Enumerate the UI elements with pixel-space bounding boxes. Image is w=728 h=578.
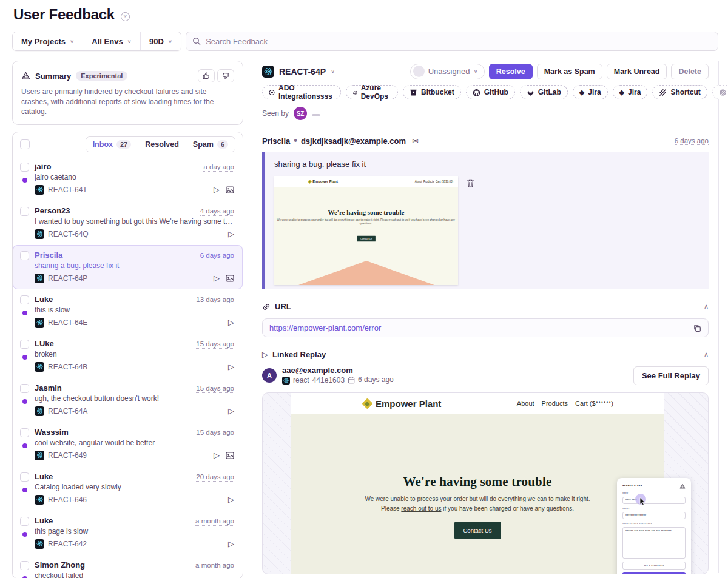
select-all-checkbox[interactable] (20, 139, 30, 149)
inbox-count-badge: 27 (116, 140, 131, 149)
feedback-list-item[interactable]: Jasmin 15 days ago ugh, the checkout but… (13, 378, 243, 422)
screenshot-icon[interactable] (226, 186, 234, 193)
copy-url-button[interactable] (693, 324, 701, 332)
replay-id[interactable]: 441e1603 (312, 376, 345, 385)
resolve-button[interactable]: Resolve (489, 64, 533, 79)
widget-email-label: ***** (622, 507, 686, 511)
bitbucket-button[interactable]: Bitbucket (403, 85, 461, 99)
replay-play-icon[interactable]: ▷ (214, 451, 220, 459)
site-nav-about: About (517, 400, 534, 407)
feedback-timestamp: 15 days ago (196, 428, 234, 437)
feedback-list-item[interactable]: Simon Zhong a month ago checkout failed (13, 555, 243, 578)
thumbs-up-button[interactable] (198, 69, 215, 82)
item-checkbox[interactable] (20, 163, 29, 172)
feedback-list-item[interactable]: Luke 13 days ago this is slow (13, 289, 243, 334)
feedback-list-item[interactable]: Luke a month ago this page is slow (13, 511, 243, 555)
collapse-chevron-icon[interactable]: ∧ (704, 351, 709, 358)
replay-play-icon[interactable]: ▷ (228, 540, 234, 548)
project-slug: REACT-64Q (48, 230, 89, 238)
item-checkbox[interactable] (20, 340, 29, 349)
url-section-title: URL (275, 302, 291, 311)
filter-bar: My Projects ∨ All Envs ∨ 90D ∨ (12, 32, 718, 51)
item-checkbox[interactable] (20, 561, 29, 570)
ado-integration-button[interactable]: ADO Integrationssss (262, 85, 341, 99)
feedback-list-item[interactable]: Wasssim 15 days ago cool website, angula… (13, 422, 243, 466)
widget-email-input: **************** (622, 512, 686, 519)
jira-button[interactable]: ◆ Jira (573, 85, 608, 99)
replay-preview[interactable]: Empower Plant About Products Cart ($****… (262, 392, 709, 574)
tab-inbox[interactable]: Inbox 27 (86, 137, 139, 152)
seen-by-avatar[interactable]: SZ (294, 107, 307, 120)
help-icon[interactable]: ? (121, 12, 130, 21)
message-author: Priscila (262, 136, 290, 146)
site-brand: Empower Plant (308, 180, 338, 183)
delete-screenshot-button[interactable] (466, 178, 475, 188)
screenshot-icon[interactable] (226, 452, 234, 459)
contact-us-button: Contact Us (357, 236, 376, 242)
collapse-chevron-icon[interactable]: ∧ (704, 303, 709, 311)
chevron-down-icon: ∨ (473, 69, 477, 74)
assignee-dropdown[interactable]: Unassigned ∨ (410, 64, 485, 79)
item-checkbox[interactable] (20, 295, 29, 304)
mouse-cursor (635, 494, 647, 506)
github-button[interactable]: GitHub (466, 85, 515, 99)
replay-play-icon[interactable]: ▷ (228, 363, 234, 371)
mark-as-spam-button[interactable]: Mark as Spam (537, 64, 602, 79)
integration-label: Bitbucket (421, 88, 454, 96)
see-full-replay-button[interactable]: See Full Replay (633, 366, 709, 385)
calendar-icon (348, 377, 355, 384)
screenshot-icon[interactable] (226, 275, 234, 282)
replay-play-icon[interactable]: ▷ (214, 186, 220, 193)
search-input[interactable] (206, 37, 712, 46)
chevron-down-icon[interactable]: ∨ (331, 69, 335, 74)
feedback-list-panel: Summary Experimental Users are primarily… (12, 61, 243, 578)
envelope-icon[interactable]: ✉ (412, 136, 419, 146)
thumbs-down-icon (221, 72, 230, 80)
site-triangle-graphic (298, 261, 434, 285)
bitbucket-icon (410, 89, 417, 96)
thumbs-down-button[interactable] (217, 69, 234, 82)
tab-spam[interactable]: Spam 6 (186, 137, 235, 152)
item-checkbox[interactable] (20, 207, 29, 216)
chevron-down-icon: ∨ (168, 39, 172, 44)
shortcut-button[interactable]: Shortcut (652, 85, 707, 99)
search-field[interactable] (186, 32, 718, 51)
replay-play-icon[interactable]: ▷ (228, 318, 234, 326)
linear-button[interactable]: Linear (712, 85, 728, 99)
widget-name-label: **** (622, 492, 686, 496)
widget-send-button (622, 572, 686, 574)
url-link[interactable]: https://empower-plant.com/error (269, 323, 381, 332)
replay-play-icon[interactable]: ▷ (228, 230, 234, 238)
replay-play-icon[interactable]: ▷ (228, 407, 234, 415)
feedback-list-item[interactable]: Luke 20 days ago Catalog loaded very slo… (13, 466, 243, 511)
project-filter-dropdown[interactable]: My Projects ∨ (13, 32, 83, 50)
feedback-list-item[interactable]: LUke 15 days ago broken (13, 334, 243, 378)
screenshot-thumbnail[interactable]: Empower Plant About Products Cart ($330.… (274, 176, 458, 285)
mark-unread-button[interactable]: Mark Unread (607, 64, 667, 79)
jira-button-2[interactable]: ◆ Jira (613, 85, 648, 99)
react-project-icon (35, 495, 44, 505)
item-checkbox[interactable] (20, 384, 29, 393)
message-header: Priscila • dsjkdjksadjk@example.com ✉ 6 … (262, 135, 709, 146)
delete-button[interactable]: Delete (671, 64, 709, 79)
gitlab-button[interactable]: GitLab (520, 85, 568, 99)
feedback-list-item[interactable]: Priscila 6 days ago sharing a bug. pleas… (13, 245, 243, 289)
site-nav-links: About Products Cart ($330.00) (415, 180, 453, 183)
feedback-list-item[interactable]: Person23 4 days ago I wanted to buy some… (13, 201, 243, 245)
item-checkbox[interactable] (20, 428, 29, 437)
item-checkbox[interactable] (20, 472, 29, 482)
item-checkbox[interactable] (20, 517, 29, 526)
replay-user-avatar: A (262, 368, 277, 383)
date-range-dropdown[interactable]: 90D ∨ (141, 32, 181, 50)
ado-icon (269, 89, 275, 96)
integration-label: Jira (588, 88, 601, 96)
feedback-list-item[interactable]: jairo a day ago jairo caetano (13, 156, 243, 201)
item-checkbox[interactable] (20, 251, 29, 260)
replay-play-icon[interactable]: ▷ (228, 496, 234, 503)
environment-filter-dropdown[interactable]: All Envs ∨ (83, 32, 141, 50)
summary-text: Users are primarily hindered by checkout… (21, 87, 234, 117)
azure-devops-button[interactable]: Azure DevOps (346, 85, 398, 99)
tab-resolved[interactable]: Resolved (138, 137, 186, 152)
react-project-icon (35, 318, 44, 328)
replay-play-icon[interactable]: ▷ (214, 274, 220, 282)
